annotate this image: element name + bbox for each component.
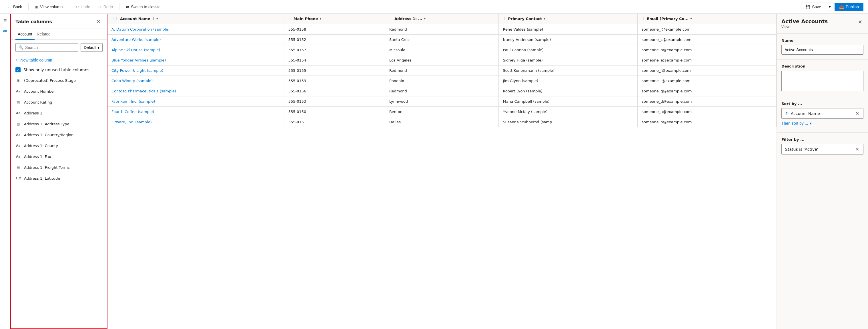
col-type-icon: Aa — [16, 88, 21, 94]
column-item[interactable]: Aa Address 1: Fax — [11, 151, 107, 162]
switch-classic-button[interactable]: ⇄ Switch to classic — [123, 3, 163, 11]
column-item[interactable]: Aa Address 1: County — [11, 140, 107, 151]
cell-name: Fourth Coffee (sample) — [107, 107, 284, 117]
table-row[interactable]: Fabrikam, Inc. (sample) 555-0153 Lynnwoo… — [107, 97, 777, 107]
new-column-label: New table column — [20, 58, 52, 62]
view-column-icon: ⊞ — [35, 5, 38, 9]
column-item[interactable]: Aa Account Number — [11, 86, 107, 97]
cell-contact: Jim Glynn (sample) — [499, 76, 638, 86]
col-filter-icon[interactable]: ▾ — [156, 17, 158, 21]
new-column-button[interactable]: + New table column — [11, 55, 107, 65]
publish-button[interactable]: 📤 Publish — [835, 3, 863, 11]
undo-button[interactable]: ↩ Undo — [72, 3, 93, 11]
table-row[interactable]: Adventure Works (sample) 555-0152 Santa … — [107, 35, 777, 45]
redo-label: Redo — [103, 5, 113, 9]
chevron-down-icon: ▾ — [829, 5, 831, 9]
col-item-label: Account Rating — [24, 100, 102, 104]
col-item-label: Account Number — [24, 89, 102, 93]
back-button[interactable]: ← Back — [5, 3, 25, 11]
filter-pill: Status is 'Active' ✕ — [781, 144, 863, 155]
then-sort-button[interactable]: Then sort by ... ▾ — [781, 119, 812, 128]
column-item[interactable]: ▤ Account Rating — [11, 97, 107, 108]
col-email-label: Email (Primary Co... — [647, 17, 688, 21]
table-row[interactable]: A. Datum Corporation (sample) 555-0158 R… — [107, 24, 777, 35]
table-row[interactable]: Fourth Coffee (sample) 555-0150 Renton Y… — [107, 107, 777, 117]
col-item-label: Address 1: Country/Region — [24, 133, 102, 137]
text-type-icon-button[interactable]: Ab — [1, 26, 10, 35]
col-header-primary-contact[interactable]: ⋮ Primary Contact ▾ — [499, 14, 638, 24]
cell-phone: 555-0153 — [284, 97, 385, 107]
separator-1 — [28, 3, 29, 10]
grid-header: ⋮⋮ Account Name ↑ ▾ ⋮ Main Phone ▾ — [107, 14, 777, 24]
col-address-filter-icon[interactable]: ▾ — [424, 17, 426, 21]
cell-contact: Rene Valdes (sample) — [499, 24, 638, 35]
cell-name: Coho Winery (sample) — [107, 76, 284, 86]
cell-address: Redmond — [385, 65, 499, 76]
table-row[interactable]: Coho Winery (sample) 555-0159 Phoenix Ji… — [107, 76, 777, 86]
tab-account[interactable]: Account — [16, 29, 35, 40]
unused-columns-checkbox-option[interactable]: ✓ Show only unused table columns — [11, 65, 107, 75]
column-item[interactable]: Aa Address 1 — [11, 108, 107, 118]
sort-pill-remove-button[interactable]: ✕ — [855, 111, 860, 116]
sort-up-icon: ↑ — [785, 111, 788, 116]
column-item[interactable]: ▤ Address 1: Freight Terms — [11, 162, 107, 173]
rp-name-section: Name — [777, 34, 868, 59]
table-row[interactable]: Contoso Pharmaceuticals (sample) 555-015… — [107, 86, 777, 97]
header-row: ⋮⋮ Account Name ↑ ▾ ⋮ Main Phone ▾ — [107, 14, 777, 24]
cell-email: someone_a@example.com — [638, 107, 777, 117]
panel-search-area: 🔍 Default ▾ — [11, 40, 107, 55]
view-column-button[interactable]: ⊞ View column — [32, 3, 65, 11]
search-box: 🔍 — [16, 43, 78, 52]
cell-email: someone_b@example.com — [638, 117, 777, 127]
col-header-address[interactable]: ⋮ Address 1: ... ▾ — [385, 14, 499, 24]
col-email-filter-icon[interactable]: ▾ — [690, 17, 692, 21]
redo-button[interactable]: ↪ Redo — [95, 3, 116, 11]
rp-close-button[interactable]: ✕ — [857, 18, 863, 26]
panel-title: Table columns — [16, 19, 52, 24]
grid-area[interactable]: ⋮⋮ Account Name ↑ ▾ ⋮ Main Phone ▾ — [107, 14, 777, 329]
main-layout: ☰ Ab Table columns ✕ Account Related 🔍 D… — [0, 14, 868, 329]
hamburger-icon-button[interactable]: ☰ — [1, 16, 10, 25]
cell-name: Litware, Inc. (sample) — [107, 117, 284, 127]
save-button[interactable]: 💾 Save — [801, 3, 826, 11]
cell-name: Contoso Pharmaceuticals (sample) — [107, 86, 284, 97]
col-contact-filter-icon[interactable]: ▾ — [544, 17, 545, 21]
cell-email: someone_g@example.com — [638, 86, 777, 97]
col-header-account-name[interactable]: ⋮⋮ Account Name ↑ ▾ — [107, 14, 284, 24]
panel-close-button[interactable]: ✕ — [95, 18, 102, 25]
cell-email: someone_i@example.com — [638, 24, 777, 35]
cell-contact: Maria Campbell (sample) — [499, 97, 638, 107]
default-dropdown-button[interactable]: Default ▾ — [81, 43, 103, 52]
column-item[interactable]: 1.2 Address 1: Latitude — [11, 173, 107, 184]
undo-label: Undo — [81, 5, 90, 9]
table-row[interactable]: Alpine Ski House (sample) 555-0157 Misso… — [107, 45, 777, 55]
column-item[interactable]: Aa Address 1: Country/Region — [11, 129, 107, 140]
tab-related[interactable]: Related — [35, 29, 53, 40]
column-item[interactable]: ▤ Address 1: Address Type — [11, 118, 107, 129]
filter-pill-remove-button[interactable]: ✕ — [855, 146, 860, 152]
plus-icon: + — [16, 57, 18, 63]
save-dropdown-button[interactable]: ▾ — [827, 3, 833, 11]
col-header-main-phone[interactable]: ⋮ Main Phone ▾ — [284, 14, 385, 24]
column-item[interactable]: ⊞ (Deprecated) Process Stage — [11, 75, 107, 86]
default-label: Default — [84, 45, 96, 50]
col-phone-filter-icon[interactable]: ▾ — [319, 17, 321, 21]
checkmark-icon: ✓ — [17, 68, 20, 72]
rp-name-input[interactable] — [781, 45, 863, 55]
col-sep-icon-2: ⋮ — [389, 17, 393, 21]
rp-title: Active Accounts — [781, 18, 828, 24]
cell-phone: 555-0156 — [284, 86, 385, 97]
default-chevron-icon: ▾ — [97, 45, 99, 50]
col-header-email[interactable]: ⋮ Email (Primary Co... ▾ — [638, 14, 777, 24]
cell-name: A. Datum Corporation (sample) — [107, 24, 284, 35]
table-row[interactable]: Blue Yonder Airlines (sample) 555-0154 L… — [107, 55, 777, 65]
cell-address: Los Angeles — [385, 55, 499, 65]
table-row[interactable]: City Power & Light (sample) 555-0155 Red… — [107, 65, 777, 76]
rp-filter-section: Filter by ... Status is 'Active' ✕ — [777, 133, 868, 159]
cell-phone: 555-0157 — [284, 45, 385, 55]
search-input[interactable] — [25, 45, 75, 50]
cell-phone: 555-0155 — [284, 65, 385, 76]
rp-description-input[interactable] — [781, 71, 863, 91]
table-row[interactable]: Litware, Inc. (sample) 555-0151 Dallas S… — [107, 117, 777, 127]
col-type-icon: Aa — [16, 154, 21, 159]
